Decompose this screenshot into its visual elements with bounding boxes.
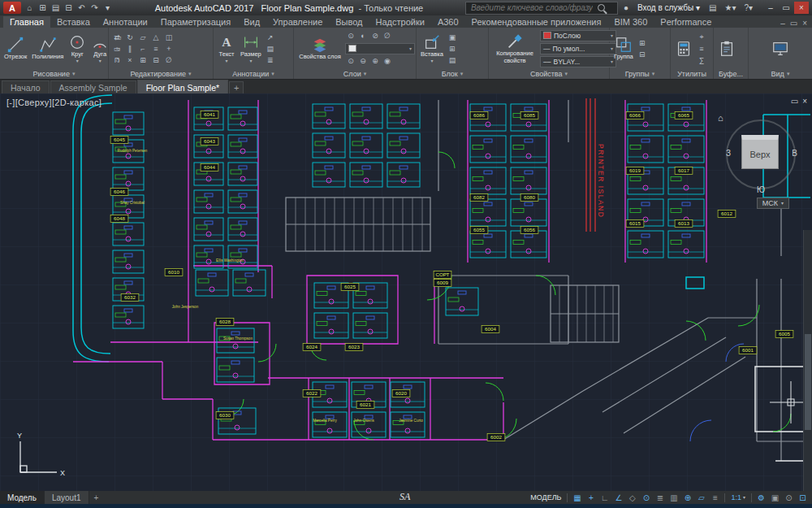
utilities-extra-icons-2[interactable]: ∑: [696, 54, 707, 65]
viewcube-home-icon[interactable]: ⌂: [718, 113, 723, 123]
ucs-dropdown[interactable]: МСК▾: [757, 198, 789, 209]
dynamic-ucs-toggle[interactable]: ▱: [695, 492, 707, 503]
modify-tool-icons-10[interactable]: ⊓: [111, 54, 123, 65]
doc-close-button[interactable]: ×: [802, 19, 807, 28]
linetype-select[interactable]: –– BYLAY...▾: [540, 56, 616, 67]
annotation-extra-icons-1[interactable]: ▤: [265, 43, 276, 54]
ribbon-tab-аннотации[interactable]: Аннотации: [97, 16, 154, 28]
insert-block-button[interactable]: Вставка▾: [419, 33, 445, 63]
block-extra-icons-1[interactable]: ⊞: [447, 43, 458, 54]
modify-tool-icons-0[interactable]: ⇄: [111, 32, 123, 42]
grid-toggle[interactable]: ▦: [571, 492, 583, 503]
block-extra-icons-0[interactable]: ▣: [447, 32, 458, 42]
panel-label-groups[interactable]: Группы▾: [610, 69, 670, 79]
lineweight-select[interactable]: — По умол...▾: [540, 43, 616, 54]
qat-icon-2[interactable]: ▤: [50, 3, 61, 12]
text-button[interactable]: А Текст▾: [216, 33, 237, 63]
panel-label-draw[interactable]: Рисование▾: [0, 69, 108, 79]
modify-tool-icons-1[interactable]: ↻: [124, 32, 136, 42]
layer-tool-icons-1[interactable]: ⊖: [357, 56, 369, 67]
qat-icon-3[interactable]: ⊟: [63, 3, 74, 12]
file-tab-floor-plan-sample-[interactable]: Floor Plan Sample*: [137, 80, 228, 94]
modify-tool-icons-11[interactable]: ×: [124, 54, 136, 65]
minimize-button[interactable]: –: [763, 2, 778, 14]
file-tab-начало[interactable]: Начало: [2, 80, 50, 94]
signin-button[interactable]: Вход в службы ▾: [634, 3, 703, 12]
snap-toggle[interactable]: +: [585, 492, 597, 503]
utilities-extra-icons-0[interactable]: ⌖: [696, 32, 707, 42]
layer-tool-icons-3[interactable]: ◉: [382, 56, 393, 67]
object-snap-toggle[interactable]: ⊙: [640, 492, 652, 503]
selection-cycling-toggle[interactable]: ⊕: [681, 492, 693, 503]
modify-tool-icons-3[interactable]: △: [150, 32, 162, 42]
qat-icon-1[interactable]: ⊞: [37, 3, 48, 12]
transparency-toggle[interactable]: ▥: [667, 492, 680, 503]
modify-tool-icons-12[interactable]: ⊞: [137, 54, 149, 65]
layer-state-icons-3[interactable]: ∅: [382, 31, 393, 41]
workspace-switching-toggle[interactable]: ⚙: [755, 492, 767, 503]
ribbon-tab-вставка[interactable]: Вставка: [50, 16, 97, 28]
modify-tool-icons-13[interactable]: ⊟: [150, 54, 162, 65]
annotation-extra-icons-2[interactable]: ≣: [265, 54, 276, 65]
layout-tab-модель[interactable]: Модель: [0, 491, 45, 504]
group-button[interactable]: Группа: [612, 36, 635, 60]
viewport-close-icon[interactable]: ×: [802, 97, 807, 106]
autocad-logo-icon[interactable]: A: [3, 2, 21, 14]
ortho-toggle[interactable]: ∟: [598, 492, 611, 503]
color-select[interactable]: ПоСлою▾: [540, 30, 616, 41]
modify-tool-icons-2[interactable]: ▱: [137, 32, 149, 42]
ribbon-tab-вывод[interactable]: Вывод: [329, 16, 369, 28]
modify-tool-icons-9[interactable]: +: [163, 43, 175, 54]
annotation-extra-icons-0[interactable]: ↗: [265, 32, 276, 42]
annotation-scale-button[interactable]: 1:1▾: [728, 493, 748, 501]
file-tab-assembly-sample[interactable]: Assembly Sample: [50, 80, 136, 94]
model-space-label[interactable]: МОДЕЛЬ: [530, 493, 561, 501]
isolate-objects-toggle[interactable]: ⊙: [783, 492, 795, 503]
qat-icon-6[interactable]: ▾: [102, 3, 113, 12]
layer-select[interactable]: ▾: [345, 43, 415, 54]
ribbon-tab-параметризация[interactable]: Параметризация: [154, 16, 237, 28]
search-icon[interactable]: [598, 4, 605, 11]
view-button[interactable]: [770, 40, 791, 58]
isodraft-toggle[interactable]: ◇: [626, 492, 638, 503]
viewcube-west-label[interactable]: З: [726, 149, 731, 158]
ribbon-tab-надстройки[interactable]: Надстройки: [369, 16, 431, 28]
polar-tracking-toggle[interactable]: ∠: [612, 492, 624, 503]
polyline-button[interactable]: Полилиния: [30, 36, 65, 60]
viewport-controls-label[interactable]: [-][Сверху][2D-каркас]: [6, 98, 102, 107]
panel-label-block[interactable]: Блок▾: [417, 69, 488, 79]
modify-tool-icons-5[interactable]: ▭: [111, 43, 123, 54]
qat-icon-5[interactable]: ↷: [89, 3, 100, 12]
block-extra-icons-2[interactable]: ▤: [447, 54, 458, 65]
paste-button[interactable]: [716, 40, 737, 58]
viewport-restore-icon[interactable]: ▭: [791, 97, 798, 106]
group-extra-icons-0[interactable]: ⊞: [637, 37, 648, 48]
modify-tool-icons-8[interactable]: ≡: [150, 43, 162, 54]
line-button[interactable]: Отрезок: [2, 36, 28, 60]
panel-label-layers[interactable]: Слои▾: [294, 69, 416, 79]
panel-label-view[interactable]: Вид▾: [749, 69, 812, 79]
modify-tool-icons-4[interactable]: ◫: [163, 32, 175, 42]
viewcube[interactable]: ⌂ Верх З В Ю: [721, 115, 799, 193]
panel-label-modify[interactable]: Редактирование▾: [109, 69, 213, 79]
ribbon-tab-performance[interactable]: Performance: [654, 16, 718, 28]
doc-restore-button[interactable]: ▭: [790, 19, 797, 28]
scrollbar-thumb[interactable]: [805, 334, 811, 430]
ribbon-tab-рекомендованные-приложения[interactable]: Рекомендованные приложения: [465, 16, 608, 28]
panel-label-utilities[interactable]: Утилиты: [671, 69, 713, 79]
ribbon-tab-вид[interactable]: Вид: [237, 16, 266, 28]
ribbon-tab-управление[interactable]: Управление: [266, 16, 329, 28]
new-tab-button[interactable]: +: [229, 81, 244, 94]
maximize-button[interactable]: ▭: [779, 2, 793, 14]
annotation-visibility-toggle[interactable]: ≡: [709, 492, 721, 503]
clean-screen-toggle[interactable]: ⊡: [797, 492, 809, 503]
stay-connected-icon[interactable]: ★▾: [722, 3, 738, 12]
layer-tool-icons-2[interactable]: ⊕: [369, 56, 381, 67]
modify-tool-icons-6[interactable]: ∥: [124, 43, 136, 54]
lineweight-toggle[interactable]: ≣: [654, 492, 666, 503]
qat-icon-0[interactable]: ⌂: [24, 3, 35, 12]
calculator-button[interactable]: [673, 40, 694, 58]
exchange-apps-icon[interactable]: ▤: [706, 3, 719, 12]
panel-label-properties[interactable]: Свойства▾: [489, 69, 609, 79]
vertical-scrollbar[interactable]: [803, 230, 812, 491]
